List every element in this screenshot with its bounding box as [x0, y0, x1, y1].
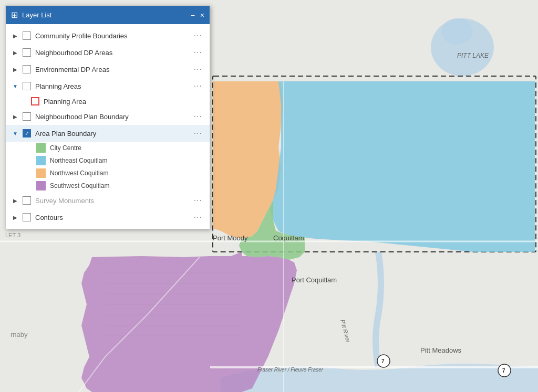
expander-survey-monuments[interactable]: ▶	[11, 196, 19, 205]
svg-text:7: 7	[381, 358, 385, 364]
layer-row-contours[interactable]: ▶ Contours ···	[6, 209, 210, 226]
legend-row-northeast-coquitlam: Northeast Coquitlam	[6, 154, 210, 167]
panel-body: ▶ Community Profile Boundaries ··· ▶ Nei…	[6, 24, 210, 229]
legend-row-northwest-coquitlam: Northwest Coquitlam	[6, 167, 210, 179]
svg-text:Port Moody: Port Moody	[213, 234, 248, 242]
checkbox-neighbourhood-plan[interactable]	[23, 112, 31, 121]
layer-name-planning-area: Planning Area	[44, 98, 204, 105]
close-button[interactable]: ×	[200, 12, 204, 19]
layer-name-area-plan: Area Plan Boundary	[35, 130, 192, 137]
legend-row-city-centre: City Centre	[6, 142, 210, 154]
svg-point-2	[441, 18, 473, 45]
legend-swatch-northeast-coquitlam	[36, 156, 46, 165]
layer-name-neighbourhood-dp: Neighbourhood DP Areas	[35, 49, 192, 57]
checkbox-area-plan[interactable]	[23, 129, 31, 137]
dots-menu-survey-monuments[interactable]: ···	[192, 195, 204, 206]
panel-header: ⊞ Layer List − ×	[6, 6, 210, 24]
minimize-button[interactable]: −	[191, 12, 195, 19]
layer-panel: ⊞ Layer List − × ▶ Community Profile Bou…	[5, 5, 210, 229]
dots-menu-contours[interactable]: ···	[192, 211, 204, 223]
dots-menu-neighbourhood-plan[interactable]: ···	[192, 111, 204, 122]
expander-community-profile[interactable]: ▶	[11, 31, 19, 40]
dots-menu-neighbourhood-dp[interactable]: ···	[192, 47, 204, 58]
svg-text:Coquitlam: Coquitlam	[273, 234, 304, 242]
layer-name-community-profile: Community Profile Boundaries	[35, 32, 192, 40]
svg-text:Port Coquitlam: Port Coquitlam	[292, 276, 337, 284]
svg-text:7: 7	[502, 368, 505, 374]
expander-planning-areas[interactable]: ▼	[11, 82, 19, 90]
svg-text:LET 3: LET 3	[5, 232, 20, 238]
expander-contours[interactable]: ▶	[11, 213, 19, 221]
legend-swatch-city-centre	[36, 143, 46, 153]
expander-neighbourhood-dp[interactable]: ▶	[11, 48, 19, 57]
layers-icon: ⊞	[11, 10, 18, 20]
legend-label-city-centre: City Centre	[50, 144, 81, 152]
dots-menu-planning-areas[interactable]: ···	[192, 80, 204, 92]
legend-row-southwest-coquitlam: Southwest Coquitlam	[6, 179, 210, 192]
expander-neighbourhood-plan[interactable]: ▶	[11, 112, 19, 121]
checkbox-environmental-dp[interactable]	[23, 65, 31, 73]
legend-label-northwest-coquitlam: Northwest Coquitlam	[50, 169, 108, 177]
layer-name-contours: Contours	[35, 214, 192, 221]
layer-row-neighbourhood-dp[interactable]: ▶ Neighbourhood DP Areas ···	[6, 44, 210, 61]
expander-environmental-dp[interactable]: ▶	[11, 65, 19, 73]
dots-menu-environmental-dp[interactable]: ···	[192, 63, 204, 75]
svg-text:Pitt Meadows: Pitt Meadows	[420, 346, 462, 354]
checkbox-community-profile[interactable]	[23, 31, 31, 40]
layer-row-neighbourhood-plan[interactable]: ▶ Neighbourhood Plan Boundary ···	[6, 108, 210, 125]
layer-name-neighbourhood-plan: Neighbourhood Plan Boundary	[35, 113, 192, 121]
checkbox-neighbourhood-dp[interactable]	[23, 48, 31, 57]
layer-row-environmental-dp[interactable]: ▶ Environmental DP Areas ···	[6, 61, 210, 78]
expander-area-plan[interactable]: ▼	[11, 129, 19, 137]
checkbox-planning-area[interactable]	[31, 97, 39, 105]
checkbox-contours[interactable]	[23, 213, 31, 221]
svg-text:rnaby: rnaby	[11, 331, 28, 338]
layer-row-survey-monuments[interactable]: ▶ Survey Monuments ···	[6, 192, 210, 209]
panel-header-left: ⊞ Layer List	[11, 10, 51, 20]
layer-name-planning-areas: Planning Areas	[35, 82, 192, 90]
checkbox-planning-areas[interactable]	[23, 82, 31, 90]
svg-text:PITT LAKE: PITT LAKE	[457, 52, 489, 59]
panel-header-controls: − ×	[191, 12, 204, 19]
legend-label-southwest-coquitlam: Southwest Coquitlam	[50, 182, 109, 189]
dots-menu-community-profile[interactable]: ···	[192, 30, 204, 41]
layer-name-environmental-dp: Environmental DP Areas	[35, 66, 192, 73]
legend-swatch-northwest-coquitlam	[36, 168, 46, 178]
checkbox-survey-monuments[interactable]	[23, 196, 31, 205]
svg-text:Fraser River / Fleuve Fraser: Fraser River / Fleuve Fraser	[257, 367, 324, 373]
layer-name-survey-monuments: Survey Monuments	[35, 197, 192, 205]
panel-title: Layer List	[22, 11, 51, 19]
layer-row-planning-areas[interactable]: ▼ Planning Areas ···	[6, 78, 210, 94]
legend-swatch-southwest-coquitlam	[36, 181, 46, 190]
layer-row-planning-area[interactable]: ▶ Planning Area	[6, 94, 210, 108]
layer-row-community-profile[interactable]: ▶ Community Profile Boundaries ···	[6, 27, 210, 44]
layer-row-area-plan[interactable]: ▼ Area Plan Boundary ···	[6, 125, 210, 142]
legend-label-northeast-coquitlam: Northeast Coquitlam	[50, 157, 107, 164]
dots-menu-area-plan[interactable]: ···	[192, 128, 204, 139]
